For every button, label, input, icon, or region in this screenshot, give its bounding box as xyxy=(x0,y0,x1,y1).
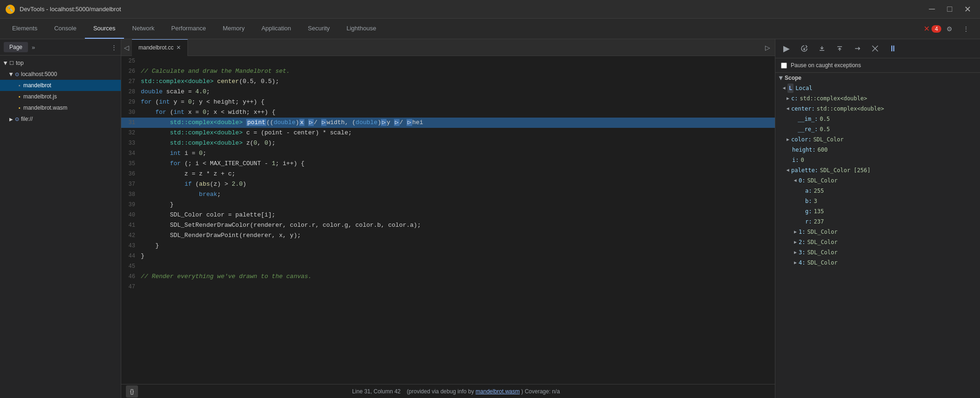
debugger-toolbar: ▶ ⏸ xyxy=(775,39,980,58)
resume-button[interactable]: ▶ xyxy=(780,42,793,55)
error-badge: 4 xyxy=(932,25,941,33)
main-layout: Page » ⋮ ▶ ☐ top ▶ ⊙ localhost:5000 ▪ ma… xyxy=(0,39,980,398)
tab-memory[interactable]: Memory xyxy=(214,19,253,39)
palette-0-triangle-icon: ▼ xyxy=(791,179,800,182)
status-bar: {} Line 31, Column 42 (provided via debu… xyxy=(121,384,775,398)
tab-lighthouse[interactable]: Lighthouse xyxy=(338,19,385,39)
status-position: Line 31, Column 42 (provided via debug i… xyxy=(142,388,770,395)
scope-item-palette[interactable]: ▼ palette: SDL_Color [256] xyxy=(775,165,980,175)
tab-application[interactable]: Application xyxy=(253,19,300,39)
scope-item-palette-4[interactable]: ▶ 4: SDL_Color xyxy=(775,258,980,268)
code-editor[interactable]: 25 26 // Calculate and draw the Mandelbr… xyxy=(121,56,775,384)
scope-item-c[interactable]: ▶ c: std::complex<double> xyxy=(775,93,980,104)
error-count-button[interactable]: ✕ 4 xyxy=(926,22,939,35)
step-over-button[interactable] xyxy=(798,42,811,55)
scope-item-i: i: 0 xyxy=(775,155,980,165)
step-out-button[interactable] xyxy=(833,42,846,55)
local-triangle-icon: ▼ xyxy=(780,87,789,90)
triangle-icon: ▶ xyxy=(9,72,14,76)
editor-format-button[interactable]: ▷ xyxy=(760,44,775,51)
tab-security[interactable]: Security xyxy=(299,19,338,39)
pause-exceptions-button[interactable]: ⏸ xyxy=(886,42,899,55)
code-line-37: 37 if (abs(z) > 2.0) xyxy=(121,179,775,189)
code-line-44: 44 } xyxy=(121,251,775,261)
scope-panel: ▶ ⏸ Pause on caught exceptions xyxy=(775,39,980,398)
sidebar-more-button[interactable]: » xyxy=(32,44,35,51)
more-button[interactable]: ⋮ xyxy=(959,22,973,35)
editor-tabs: ◁ mandelbrot.cc ✕ ▷ xyxy=(121,39,775,56)
code-line-40: 40 SDL_Color color = palette[i]; xyxy=(121,210,775,220)
scope-section-header[interactable]: ▶ Scope xyxy=(775,73,980,83)
pause-caught-exceptions-label: Pause on caught exceptions xyxy=(791,62,861,69)
js-file-icon: ▪ xyxy=(19,94,21,99)
code-line-31: 31 std::complex<double> point((double)x … xyxy=(121,118,775,128)
scope-item-palette-3[interactable]: ▶ 3: SDL_Color xyxy=(775,247,980,258)
window-controls: ─ □ ✕ xyxy=(925,2,974,16)
network-folder-icon: ⊙ xyxy=(15,71,19,77)
code-line-32: 32 std::complex<double> c = (point - cen… xyxy=(121,128,775,138)
editor-file-tab-name: mandelbrot.cc xyxy=(138,44,173,51)
tree-item-localhost[interactable]: ▶ ⊙ localhost:5000 xyxy=(0,69,121,80)
scope-item-center[interactable]: ▼ center: std::complex<double> xyxy=(775,104,980,114)
code-line-26: 26 // Calculate and draw the Mandelbrot … xyxy=(121,66,775,77)
maximize-button[interactable]: □ xyxy=(943,2,957,16)
scope-item-a: a: 255 xyxy=(775,186,980,196)
triangle-icon: ▶ xyxy=(3,61,8,65)
color-triangle-icon: ▶ xyxy=(787,135,789,144)
code-line-39: 39 } xyxy=(121,200,775,210)
tree-item-label: mandelbrot.js xyxy=(23,93,57,100)
c-triangle-icon: ▶ xyxy=(787,94,789,103)
step-button[interactable] xyxy=(851,42,864,55)
palette-1-triangle-icon: ▶ xyxy=(794,227,797,237)
editor-area: ◁ mandelbrot.cc ✕ ▷ 25 26 // Calculate a… xyxy=(121,39,775,398)
code-line-43: 43 } xyxy=(121,241,775,251)
scope-item-palette-1[interactable]: ▶ 1: SDL_Color xyxy=(775,227,980,237)
sidebar-kebab-button[interactable]: ⋮ xyxy=(111,44,117,51)
tab-sources[interactable]: Sources xyxy=(85,19,124,39)
deactivate-breakpoints-button[interactable] xyxy=(869,42,882,55)
file-tree: ▶ ☐ top ▶ ⊙ localhost:5000 ▪ mandelbrot … xyxy=(0,56,121,398)
wasm-file-icon: ▪ xyxy=(19,105,21,111)
code-line-25: 25 xyxy=(121,56,775,66)
format-button[interactable]: {} xyxy=(126,385,138,398)
devtools-tab-bar: Elements Console Sources Network Perform… xyxy=(0,19,980,39)
tab-network[interactable]: Network xyxy=(124,19,163,39)
minimize-button[interactable]: ─ xyxy=(925,2,939,16)
tree-item-top[interactable]: ▶ ☐ top xyxy=(0,57,121,69)
step-into-button[interactable] xyxy=(815,42,828,55)
code-line-34: 34 int i = 0; xyxy=(121,148,775,159)
scope-item-palette-2[interactable]: ▶ 2: SDL_Color xyxy=(775,237,980,247)
editor-nav-back[interactable]: ◁ xyxy=(121,39,132,56)
tree-item-label: mandelbrot.wasm xyxy=(23,105,68,111)
tree-item-file[interactable]: ▶ ⊙ file:// xyxy=(0,113,121,125)
close-button[interactable]: ✕ xyxy=(960,2,974,16)
triangle-icon: ▶ xyxy=(9,117,13,122)
file-icon: ▪ xyxy=(19,83,21,88)
scope-local-header[interactable]: ▼ L Local xyxy=(775,83,980,93)
settings-button[interactable]: ⚙ xyxy=(943,22,956,35)
scope-item-height: height: 600 xyxy=(775,145,980,155)
code-line-27: 27 std::complex<double> center(0.5, 0.5)… xyxy=(121,77,775,87)
scope-item-palette-0[interactable]: ▼ 0: SDL_Color xyxy=(775,175,980,186)
tab-performance[interactable]: Performance xyxy=(163,19,214,39)
sidebar: Page » ⋮ ▶ ☐ top ▶ ⊙ localhost:5000 ▪ ma… xyxy=(0,39,121,398)
tab-elements[interactable]: Elements xyxy=(4,19,46,39)
tab-console[interactable]: Console xyxy=(46,19,85,39)
scope-item-color[interactable]: ▶ color: SDL_Color xyxy=(775,134,980,145)
tree-item-mandelbrotjs[interactable]: ▪ mandelbrot.js xyxy=(0,91,121,102)
scope-section: ▶ Scope ▼ L Local ▶ c: std::complex<doub… xyxy=(775,73,980,398)
editor-file-tab[interactable]: mandelbrot.cc ✕ xyxy=(132,39,188,56)
code-line-29: 29 for (int y = 0; y < height; y++) { xyxy=(121,97,775,107)
tree-item-mandelbrotwasm[interactable]: ▪ mandelbrot.wasm xyxy=(0,102,121,113)
scope-item-g: g: 135 xyxy=(775,206,980,216)
palette-4-triangle-icon: ▶ xyxy=(794,258,797,267)
wasm-link[interactable]: mandelbrot.wasm xyxy=(476,388,520,395)
scope-item-b: b: 3 xyxy=(775,196,980,206)
pause-caught-exceptions-checkbox[interactable] xyxy=(781,63,787,69)
sidebar-tab-page[interactable]: Page xyxy=(4,42,28,52)
tree-item-mandelbrot[interactable]: ▪ mandelbrot xyxy=(0,80,121,91)
center-triangle-icon: ▼ xyxy=(783,107,793,110)
code-line-28: 28 double scale = 4.0; xyxy=(121,87,775,97)
editor-tab-close-icon[interactable]: ✕ xyxy=(176,44,181,51)
code-line-45: 45 xyxy=(121,261,775,272)
